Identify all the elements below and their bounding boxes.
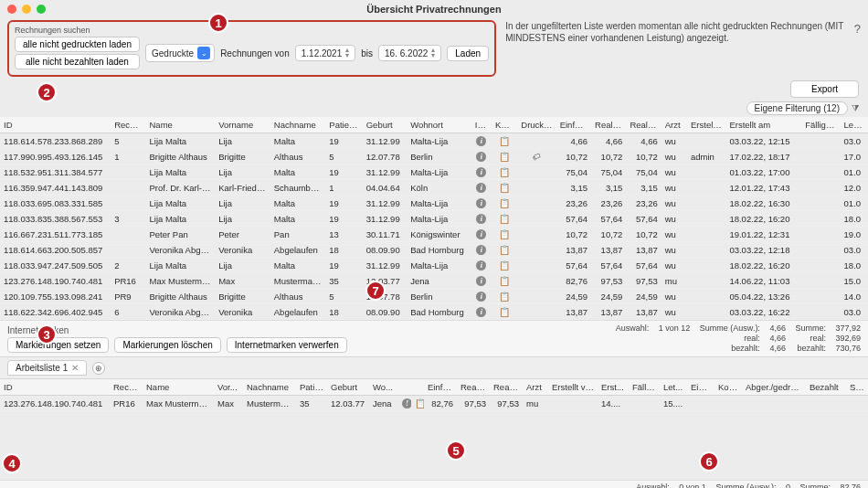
column-header[interactable]: Geburt xyxy=(363,117,407,133)
column-header[interactable]: ID xyxy=(0,117,111,133)
column-header[interactable]: Druckdatei xyxy=(517,117,556,133)
table-row[interactable]: 118.614.578.233.868.2895Lija MaltaLijaMa… xyxy=(0,133,868,149)
column-header[interactable]: Vor... xyxy=(214,379,243,396)
column-header[interactable]: Fällig bis xyxy=(801,117,840,133)
column-header[interactable]: Geburt xyxy=(327,379,369,396)
table-row[interactable]: 118.033.835.388.567.5533Lija MaltaLijaMa… xyxy=(0,211,868,227)
column-header[interactable]: Bezahlt xyxy=(806,379,846,396)
column-header[interactable]: Realbe... xyxy=(591,117,626,133)
column-header[interactable]: Info xyxy=(471,117,492,133)
column-header[interactable] xyxy=(398,379,411,396)
invoice-type-select[interactable]: Gedruckte ⌄ xyxy=(145,44,215,62)
clipboard-icon[interactable]: 📋 xyxy=(499,292,510,302)
table-row[interactable]: 118.614.663.200.505.857Veronika Abgela..… xyxy=(0,242,868,258)
column-header[interactable]: Nachname xyxy=(270,117,326,133)
column-header[interactable]: Arzt xyxy=(523,379,548,396)
column-header[interactable]: Erstellt... xyxy=(687,117,725,133)
info-icon[interactable]: i xyxy=(476,292,486,302)
column-header[interactable]: Erst... xyxy=(598,379,629,396)
clipboard-icon[interactable]: 📋 xyxy=(499,276,510,286)
column-header[interactable]: Rechn... xyxy=(111,117,145,133)
info-icon[interactable]: i xyxy=(476,167,486,177)
column-header[interactable]: Patie... xyxy=(296,379,327,396)
help-icon[interactable]: ? xyxy=(854,22,861,36)
table-row[interactable]: 123.276.148.190.740.481PR16Max Musterman… xyxy=(0,273,868,289)
worklist-tab[interactable]: Arbeitsliste 1 ✕ xyxy=(7,360,87,376)
column-header[interactable] xyxy=(411,379,424,396)
column-header[interactable]: Patient... xyxy=(325,117,362,133)
clipboard-icon[interactable]: 📋 xyxy=(499,152,510,162)
table-row[interactable]: 118.033.947.247.509.5052Lija MaltaLijaMa… xyxy=(0,258,868,273)
clear-markers-button[interactable]: Markierungen löschen xyxy=(114,337,220,353)
load-unprinted-button[interactable]: alle nicht gedruckten laden xyxy=(15,37,140,52)
column-header[interactable]: ID xyxy=(0,379,110,396)
info-icon[interactable]: i xyxy=(476,245,486,255)
column-header[interactable]: Realb... xyxy=(457,379,490,396)
column-header[interactable]: Wohnort xyxy=(407,117,471,133)
close-tab-icon[interactable]: ✕ xyxy=(71,363,79,373)
column-header[interactable]: Letzte... xyxy=(841,117,868,133)
column-header[interactable]: Erstellt von xyxy=(548,379,598,396)
clipboard-icon[interactable]: 📋 xyxy=(499,307,510,317)
set-markers-button[interactable]: Markierungen setzen xyxy=(7,337,109,353)
column-header[interactable]: Rech... xyxy=(110,379,143,396)
column-header[interactable]: RealP... xyxy=(490,379,523,396)
info-icon[interactable]: i xyxy=(476,198,486,208)
info-icon[interactable]: i xyxy=(476,183,486,193)
load-button[interactable]: Laden xyxy=(447,46,489,61)
column-header[interactable]: Wo... xyxy=(369,379,398,396)
discard-marks-button[interactable]: Internetmarken verwerfen xyxy=(227,337,347,353)
info-icon[interactable]: i xyxy=(476,136,486,146)
custom-filter-button[interactable]: Eigene Filterung (12) xyxy=(746,101,848,115)
column-header[interactable]: Einz... xyxy=(687,379,715,396)
column-header[interactable]: Einfac... xyxy=(556,117,591,133)
clipboard-icon[interactable]: 📋 xyxy=(499,183,510,193)
stepper-icon[interactable]: ▴▾ xyxy=(431,48,435,58)
column-header[interactable]: Erstellt am xyxy=(725,117,801,133)
column-header[interactable]: Vorname xyxy=(215,117,270,133)
column-header[interactable]: Kos... xyxy=(715,379,742,396)
column-header[interactable]: Arzt xyxy=(662,117,687,133)
column-header[interactable]: St... xyxy=(846,379,868,396)
table-row[interactable]: 118.033.695.083.331.585Lija MaltaLijaMal… xyxy=(0,196,868,211)
clipboard-icon[interactable]: 📋 xyxy=(499,229,510,239)
column-header[interactable]: RealPl... xyxy=(626,117,661,133)
column-header[interactable]: Name xyxy=(146,117,216,133)
add-tab-button[interactable]: ⊕ xyxy=(92,362,105,375)
table-row[interactable]: 118.532.951.311.384.577Lija MaltaLijaMal… xyxy=(0,164,868,180)
table-row[interactable]: 117.990.995.493.126.1451Brigitte Althaus… xyxy=(0,149,868,164)
column-header[interactable]: Name xyxy=(143,379,214,396)
info-icon[interactable]: i xyxy=(476,214,486,224)
export-button[interactable]: Export xyxy=(790,80,859,98)
date-to-input[interactable]: 16. 6.2022 ▴▾ xyxy=(378,45,441,61)
table-row[interactable]: 116.359.947.441.143.809Prof. Dr. Karl-Fr… xyxy=(0,180,868,196)
clipboard-icon[interactable]: 📋 xyxy=(499,260,510,271)
warning-icon[interactable]: ! xyxy=(402,398,411,408)
clipboard-icon[interactable]: 📋 xyxy=(499,214,510,224)
info-icon[interactable]: i xyxy=(476,152,486,162)
info-icon[interactable]: i xyxy=(476,307,486,317)
table-row[interactable]: 123.276.148.190.740.481PR16Max Musterman… xyxy=(0,396,868,411)
info-icon[interactable]: i xyxy=(476,276,486,286)
date-from-input[interactable]: 1.12.2021 ▴▾ xyxy=(295,45,356,61)
column-header[interactable]: Fällig... xyxy=(629,379,660,396)
funnel-icon[interactable]: ⧩ xyxy=(852,103,859,114)
info-icon[interactable]: i xyxy=(476,229,486,239)
column-header[interactable]: Einfa... xyxy=(424,379,457,396)
stepper-icon[interactable]: ▴▾ xyxy=(345,48,349,58)
clipboard-icon[interactable]: 📋 xyxy=(499,198,510,208)
column-header[interactable]: Nachname xyxy=(243,379,296,396)
clipboard-icon[interactable]: 📋 xyxy=(499,136,510,146)
table-row[interactable]: 118.622.342.696.402.9456Veronika Abgela.… xyxy=(0,304,868,320)
load-unpaid-button[interactable]: alle nicht bezahlten laden xyxy=(15,54,140,69)
table-row[interactable]: 116.667.231.511.773.185Peter PanPeterPan… xyxy=(0,227,868,242)
table-row[interactable]: 120.109.755.193.098.241PR9Brigitte Altha… xyxy=(0,289,868,304)
column-header[interactable]: Abger./gedruckt xyxy=(742,379,806,396)
clipboard-icon[interactable]: 📋 xyxy=(499,245,510,255)
clipboard-icon[interactable]: 📋 xyxy=(499,167,510,177)
main-table[interactable]: IDRechn...NameVornameNachnamePatient...G… xyxy=(0,117,868,320)
info-icon[interactable]: i xyxy=(476,260,486,271)
column-header[interactable]: Let... xyxy=(660,379,687,396)
worklist-table[interactable]: IDRech...NameVor...NachnamePatie...Gebur… xyxy=(0,379,868,480)
column-header[interactable]: Kartei xyxy=(492,117,517,133)
